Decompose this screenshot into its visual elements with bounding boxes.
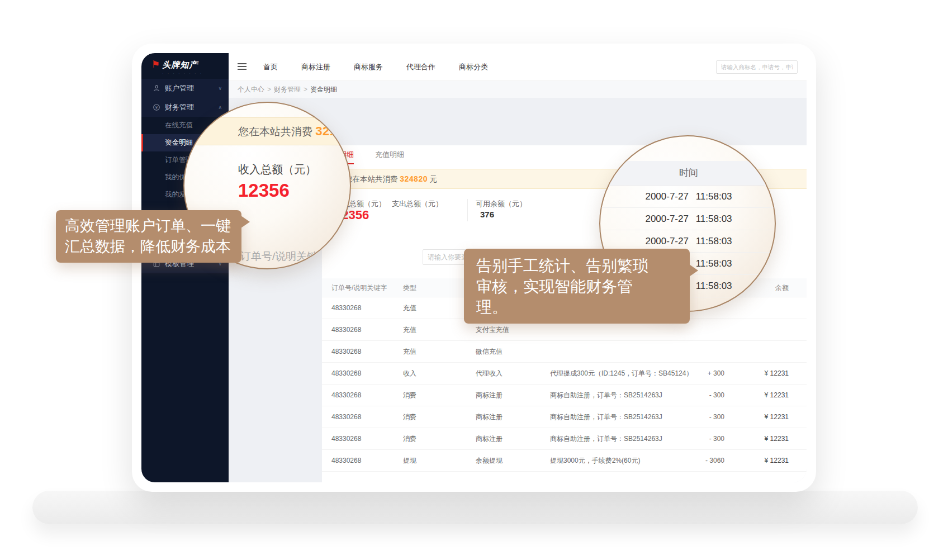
cell-order: 48330268 (331, 428, 361, 450)
tab-recharge-detail[interactable]: 充值明细 (375, 150, 404, 160)
cell-desc: 商标自助注册，订单号：SB2514263J (550, 385, 662, 406)
cell-type: 消费 (403, 385, 416, 406)
breadcrumb-separator: > (267, 86, 271, 93)
banner-amount: 324820 (400, 174, 428, 183)
cell-project: 商标注册 (476, 406, 503, 428)
cell-order: 48330268 (331, 341, 361, 363)
lens-time-row: 2000-7-27 11:58:03 (600, 208, 776, 230)
breadcrumb-item[interactable]: 财务管理 (274, 85, 301, 94)
main-nav: 首页 商标注册 商标服务 代理合作 商标分类 (260, 53, 491, 81)
table-row[interactable]: 48330268 消费 商标注册 商标自助注册，订单号：SB2514263J -… (322, 385, 807, 406)
breadcrumb-item[interactable]: 个人中心 (238, 85, 264, 94)
cell-amount: + 300 (669, 363, 724, 385)
cell-order: 48330268 (331, 385, 361, 406)
cell-project: 商标注册 (476, 428, 503, 450)
brand-subtext: · · · · · · · · (162, 72, 203, 75)
available-balance-label: 可用余额（元） (476, 199, 527, 209)
banner-prefix: 您在本站共消费 (345, 175, 400, 183)
person-icon (153, 84, 160, 92)
table-row[interactable]: 48330268 收入 代理收入 代理提成300元（ID:1245，订单号：SB… (322, 363, 807, 385)
stats-divider (467, 199, 468, 221)
cell-order: 48330268 (331, 297, 361, 319)
laptop-base (32, 491, 918, 524)
table-row[interactable]: 48330268 消费 商标注册 商标自助注册，订单号：SB2514263J -… (322, 428, 807, 450)
callout-line: 高效管理账户订单、一键 (65, 216, 233, 236)
cell-amount: - 300 (669, 385, 724, 406)
callout-line: 告别手工统计、告别繁琐 (476, 255, 677, 276)
chevron-down-icon: ∨ (218, 86, 222, 91)
cell-balance: ¥ 12231 (733, 428, 789, 450)
nav-item-trademark-category[interactable]: 商标分类 (456, 62, 491, 72)
page: ⚑ 头牌知产 · · · · · · · · 账户管理 ∨ ¥ 财务管理 ∧ (0, 0, 948, 560)
lens-income-value: 12356 (238, 180, 290, 201)
cell-order: 48330268 (331, 363, 361, 385)
cell-order: 48330268 (331, 319, 361, 341)
cell-project: 余额提现 (476, 450, 503, 472)
callout-line: 审核，实现智能财务管 (476, 276, 677, 297)
breadcrumb-current: 资金明细 (310, 85, 337, 94)
cell-balance: ¥ 12231 (733, 363, 789, 385)
brand-flag-icon: ⚑ (151, 60, 160, 70)
wallet-icon: ¥ (153, 103, 160, 111)
cell-amount: - 300 (669, 428, 724, 450)
callout-arrow-right-icon (241, 216, 250, 228)
cell-type: 消费 (403, 406, 416, 428)
cell-type: 充值 (403, 319, 416, 341)
header-order: 订单号/说明关键字 (331, 278, 387, 297)
brand-logo: ⚑ 头牌知产 · · · · · · · · (151, 60, 203, 75)
sidebar-item-finance[interactable]: ¥ 财务管理 ∧ (141, 98, 229, 117)
lens-banner-prefix: 您在本站共消费 (238, 126, 315, 137)
hamburger-icon[interactable] (238, 63, 247, 71)
cell-project: 代理收入 (476, 363, 503, 385)
cell-desc: 提现3000元，手续费2%(60元) (550, 450, 640, 472)
nav-item-trademark-register[interactable]: 商标注册 (298, 62, 334, 72)
lens-time-row: 2000-7-27 11:58:03 (600, 186, 776, 208)
sidebar: ⚑ 头牌知产 · · · · · · · · 账户管理 ∨ ¥ 财务管理 ∧ (141, 53, 229, 482)
nav-item-agent-cooperation[interactable]: 代理合作 (403, 62, 439, 72)
cell-order: 48330268 (331, 406, 361, 428)
table-row[interactable]: 48330268 提现 余额提现 提现3000元，手续费2%(60元) - 30… (322, 450, 807, 472)
brand-name: 头牌知产 (162, 60, 203, 70)
callout-left: 高效管理账户订单、一键 汇总数据，降低财务成本 (56, 210, 241, 263)
lens-income-label: 收入总额（元） (238, 162, 316, 177)
lens-time-header: 时间 (600, 161, 776, 186)
callout-line: 汇总数据，降低财务成本 (65, 236, 233, 257)
cell-balance: ¥ 12231 (733, 385, 789, 406)
topbar: 首页 商标注册 商标服务 代理合作 商标分类 (229, 53, 807, 81)
caret-down-icon: ∨ (405, 278, 409, 297)
available-balance-value: 376 (480, 210, 494, 219)
cell-amount: - 3060 (669, 450, 724, 472)
cell-desc: 商标自助注册，订单号：SB2514263J (550, 428, 662, 450)
cell-project: 商标注册 (476, 385, 503, 406)
cell-type: 充值 (403, 341, 416, 363)
cell-balance: ¥ 12231 (733, 450, 789, 472)
nav-item-home[interactable]: 首页 (260, 62, 281, 72)
cell-balance: ¥ 12231 (733, 406, 789, 428)
svg-text:¥: ¥ (155, 106, 158, 110)
callout-right: 告别手工统计、告别繁琐 审核，实现智能财务管 理。 (464, 249, 690, 324)
cell-amount: - 300 (669, 406, 724, 428)
expense-total-label: 支出总额（元） (392, 199, 443, 209)
breadcrumb: 个人中心 > 财务管理 > 资金明细 (229, 81, 807, 98)
banner-suffix: 元 (428, 175, 437, 183)
breadcrumb-separator: > (304, 86, 307, 93)
cell-desc: 商标自助注册，订单号：SB2514263J (550, 406, 662, 428)
cell-type: 消费 (403, 428, 416, 450)
callout-line: 理。 (476, 297, 677, 317)
table-row[interactable]: 48330268 消费 商标注册 商标自助注册，订单号：SB2514263J -… (322, 406, 807, 428)
cell-type: 提现 (403, 450, 416, 472)
nav-item-trademark-service[interactable]: 商标服务 (350, 62, 386, 72)
cell-type: 收入 (403, 363, 416, 385)
callout-arrow-right-icon (689, 264, 698, 277)
cell-type: 充值 (403, 297, 416, 319)
cell-project: 微信充值 (476, 341, 503, 363)
chevron-up-icon: ∧ (218, 105, 222, 110)
table-row[interactable]: 48330268 充值 微信充值 (322, 341, 807, 363)
trademark-search-input[interactable] (716, 60, 798, 74)
sidebar-item-account[interactable]: 账户管理 ∨ (141, 79, 229, 98)
cell-order: 48330268 (331, 450, 361, 472)
